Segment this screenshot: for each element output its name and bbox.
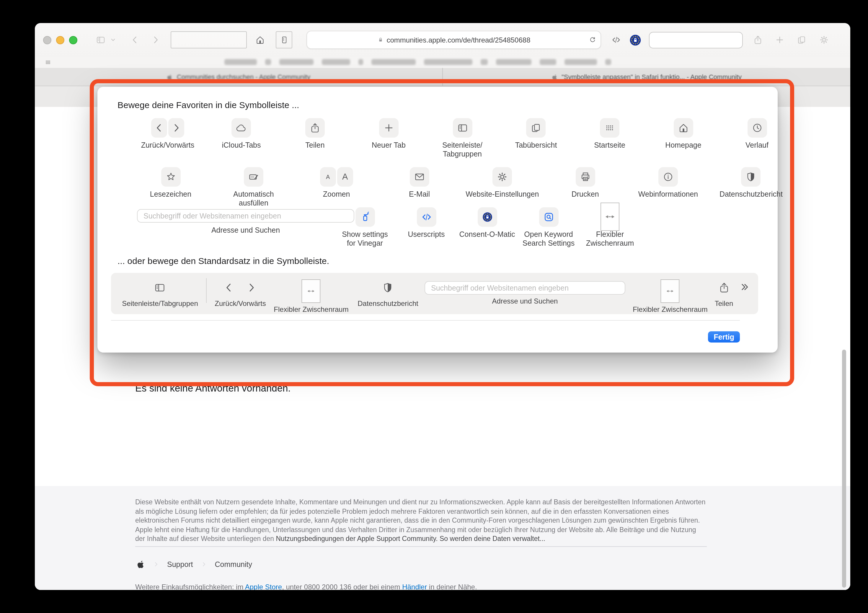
cloud-icon	[232, 118, 251, 138]
apple-favicon	[552, 73, 558, 80]
redacted-bookmark[interactable]	[564, 59, 597, 65]
back-forward-plain-icon	[223, 278, 257, 297]
done-button[interactable]: Fertig	[708, 331, 740, 343]
favorite-item-homepage[interactable]: Homepage	[650, 118, 716, 159]
favorite-item-label: Zurück/Vorwärts	[141, 141, 195, 150]
default-item-address-search[interactable]: Adresse und Suchen	[425, 281, 625, 305]
sidebar-icon[interactable]	[93, 33, 107, 47]
bookmarks-grid-icon[interactable]	[44, 59, 52, 66]
back-icon[interactable]	[127, 33, 142, 47]
toolbar-search-field[interactable]	[649, 32, 743, 48]
footer-text-link[interactable]: Apple Store	[245, 583, 282, 590]
redacted-bookmark[interactable]	[480, 59, 488, 65]
star-icon	[161, 166, 180, 186]
address-search-field[interactable]	[425, 281, 625, 295]
close-button[interactable]	[43, 36, 51, 44]
default-item-label: Flexibler Zwischenraum	[274, 305, 349, 313]
favorite-item-label: Website-Einstellungen	[466, 190, 539, 199]
favorite-item-icloud-tabs[interactable]: iCloud-Tabs	[208, 118, 274, 159]
redacted-bookmark[interactable]	[496, 59, 532, 65]
default-item-back-forward[interactable]: Zurück/Vorwärts	[215, 278, 266, 308]
favorite-item-zoom[interactable]: AAZoomen	[299, 166, 374, 208]
reload-icon[interactable]	[589, 36, 597, 44]
favorite-item-privacy-report[interactable]: Datenschutzbericht	[714, 166, 788, 208]
default-item-flexible-space-2[interactable]: Flexibler Zwischenraum	[633, 278, 707, 313]
redacted-bookmark[interactable]	[540, 59, 556, 65]
redacted-bookmark[interactable]	[424, 59, 473, 65]
redacted-bookmark[interactable]	[322, 59, 350, 65]
favorite-item-label: Teilen	[305, 141, 324, 150]
reader-icon[interactable]	[276, 31, 292, 48]
favorite-item-consent-o-matic[interactable]: Consent-O-Matic	[455, 207, 519, 239]
breadcrumb: Support Community	[136, 560, 252, 569]
scrollbar[interactable]	[842, 350, 846, 588]
house-icon	[674, 118, 693, 138]
favorite-item-address-search[interactable]: Adresse und Suchen	[137, 209, 354, 235]
tab-symbolleiste-anpassen[interactable]: "Symbolleiste anpassen" in Safari funkti…	[442, 68, 850, 85]
default-item-label: Adresse und Suchen	[492, 297, 558, 305]
favorite-item-label: Lesezeichen	[150, 190, 191, 199]
default-item-label: Seitenleiste/Tabgruppen	[122, 300, 198, 308]
footer-text-link[interactable]: Händler	[402, 583, 427, 590]
redacted-bookmark[interactable]	[605, 59, 611, 65]
favorite-item-label: Drucken	[572, 190, 599, 199]
minimize-button[interactable]	[56, 36, 64, 44]
chevron-down-icon[interactable]	[108, 33, 117, 47]
customize-toolbar-sheet: Bewege deine Favoriten in die Symbolleis…	[98, 87, 778, 352]
footer-text: in deiner Nähe.	[427, 583, 477, 590]
favorite-item-flexible-space[interactable]: Flexibler Zwischenraum	[578, 207, 642, 248]
favorite-item-label: Userscripts	[408, 230, 445, 239]
breadcrumb-support[interactable]: Support	[167, 560, 193, 568]
code-icon[interactable]	[609, 33, 623, 47]
breadcrumb-community[interactable]: Community	[215, 560, 252, 568]
favorite-item-keyword-search[interactable]: Open Keyword Search Settings	[516, 207, 581, 248]
favorite-item-share[interactable]: Teilen	[282, 118, 348, 159]
favorite-item-bookmarks[interactable]: Lesezeichen	[133, 166, 208, 208]
share-icon[interactable]	[750, 33, 765, 47]
favorite-item-new-tab[interactable]: Neuer Tab	[356, 118, 422, 159]
redacted-bookmark[interactable]	[265, 59, 271, 65]
tab-communities-durchsuchen[interactable]: Communities durchsuchen - Apple Communit…	[35, 68, 442, 85]
default-set-bar: Seitenleiste/TabgruppenZurück/VorwärtsFl…	[111, 273, 758, 314]
default-item-share[interactable]: Teilen	[715, 278, 733, 308]
favorite-item-label: iCloud-Tabs	[222, 141, 261, 150]
favorite-item-vinegar-settings[interactable]: Show settings for Vinegar	[332, 207, 397, 248]
favorite-item-sidebar-tabgroups[interactable]: Seitenleiste/ Tabgruppen	[429, 118, 495, 159]
home-icon[interactable]	[253, 33, 267, 47]
redacted-bookmark[interactable]	[371, 59, 416, 65]
default-item-flexible-space[interactable]: Flexibler Zwischenraum	[274, 278, 349, 313]
tab-overview-icon[interactable]	[794, 33, 808, 47]
footer-text: , unter 0800 2000 136 oder bei einem	[282, 583, 402, 590]
favorite-item-email[interactable]: E-Mail	[382, 166, 457, 208]
favorite-item-autofill[interactable]: Automatisch ausfüllen	[216, 166, 291, 208]
redacted-bookmark[interactable]	[279, 59, 313, 65]
address-bar[interactable]: communities.apple.com/de/thread/25485068…	[307, 31, 601, 49]
settings-gear-icon[interactable]	[817, 33, 831, 47]
favorite-item-history[interactable]: Verlauf	[724, 118, 790, 159]
favorite-item-userscripts[interactable]: Userscripts	[394, 207, 459, 239]
new-tab-icon[interactable]	[772, 33, 786, 47]
forward-icon[interactable]	[148, 33, 163, 47]
footer-text-link[interactable]: Nutzungsbedingungen der Apple Support Co…	[276, 535, 438, 542]
favorite-item-web-info[interactable]: Webinformationen	[631, 166, 705, 208]
browser-toolbar: communities.apple.com/de/thread/25485068…	[35, 23, 850, 57]
footer-text-link[interactable]: So werden deine Daten verwaltet...	[440, 535, 545, 542]
default-item-privacy-report[interactable]: Datenschutzbericht	[358, 278, 418, 308]
favorite-item-label: Consent-O-Matic	[459, 230, 515, 239]
favorite-item-label: Show settings for Vinegar	[342, 230, 388, 248]
gear-icon	[493, 166, 512, 186]
toolbar-flexible-space[interactable]	[170, 31, 247, 48]
favorite-item-tab-overview[interactable]: Tabübersicht	[503, 118, 569, 159]
zoom-button[interactable]	[69, 36, 78, 44]
favorite-item-website-settings[interactable]: Website-Einstellungen	[465, 166, 539, 208]
redacted-bookmark[interactable]	[225, 59, 257, 65]
apple-logo-icon[interactable]	[136, 560, 145, 569]
favorite-item-print[interactable]: Drucken	[548, 166, 622, 208]
favorite-item-start-page[interactable]: Startseite	[577, 118, 643, 159]
favorite-item-back-forward[interactable]: Zurück/Vorwärts	[135, 118, 201, 159]
address-search-field[interactable]	[137, 209, 354, 223]
redacted-bookmark[interactable]	[358, 59, 363, 65]
overflow-chevron-icon[interactable]	[739, 282, 750, 295]
default-item-sidebar-tabgroups[interactable]: Seitenleiste/Tabgruppen	[122, 278, 198, 308]
consent-o-matic-extension-icon[interactable]	[629, 33, 642, 47]
